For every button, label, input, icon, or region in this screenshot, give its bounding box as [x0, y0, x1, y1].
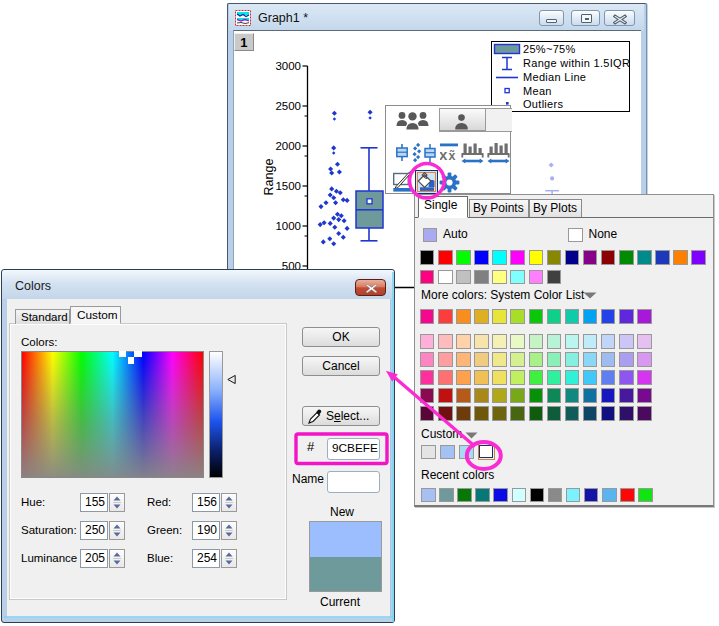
- svg-text:2000: 2000: [275, 140, 301, 152]
- svg-text:x: x: [440, 146, 448, 161]
- svg-text:1000: 1000: [275, 220, 301, 232]
- svg-text:3000: 3000: [275, 60, 301, 72]
- svg-text:Range: Range: [262, 159, 276, 196]
- svg-text:2500: 2500: [275, 100, 301, 112]
- svg-text:x̃: x̃: [449, 149, 456, 161]
- svg-text:1500: 1500: [275, 180, 301, 192]
